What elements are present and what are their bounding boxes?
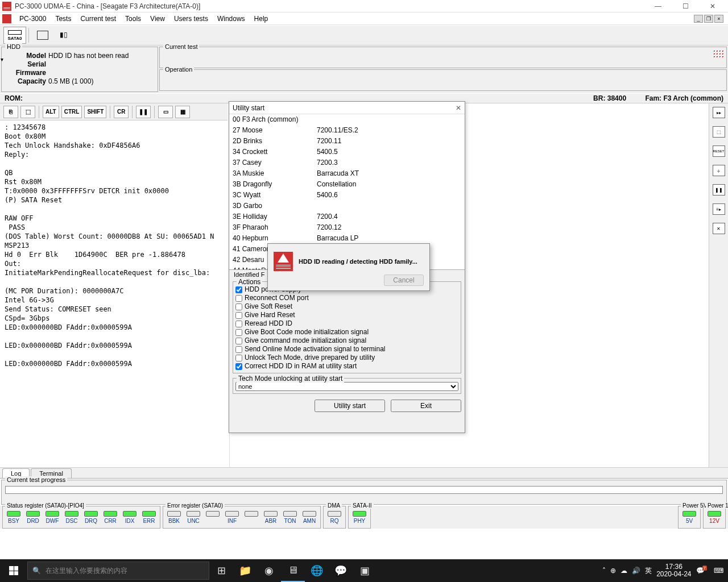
action-checkbox[interactable]: Give Boot Code mode initialization signa… — [235, 328, 458, 336]
menu-current-test[interactable]: Current test — [76, 15, 121, 23]
family-list-row[interactable]: 3C Wyatt5400.6 — [229, 190, 465, 201]
status-group: Power 5V5V — [678, 506, 701, 529]
app-taskbar-icon[interactable]: 🖥 — [281, 559, 305, 582]
status-cell: DRD — [24, 511, 42, 527]
alt-button[interactable]: ALT — [43, 106, 59, 118]
menu-view[interactable]: View — [146, 15, 169, 23]
utility-start-button[interactable]: Utility start — [315, 400, 385, 412]
action-checkbox[interactable]: Send Online Mode activation signal to te… — [235, 345, 458, 354]
terminal-output[interactable]: : 12345678 Boot 0x80M Tech Unlock Handsh… — [0, 120, 230, 467]
tray-ime[interactable]: 英 — [645, 566, 652, 576]
term-btn-2[interactable]: ⬚ — [20, 106, 35, 118]
tech-mode-select[interactable]: none — [235, 382, 458, 391]
shift-button[interactable]: SHIFT — [84, 106, 106, 118]
status-group: Power 12V12V — [703, 506, 726, 529]
tray-keyboard-icon[interactable]: ⌨ — [714, 567, 723, 575]
term-btn-3[interactable]: ▭ — [158, 106, 173, 118]
vtool-list-icon[interactable]: ≡▸ — [713, 203, 725, 215]
minimize-button[interactable]: — — [650, 2, 667, 10]
tray-volume-icon[interactable]: 🔊 — [632, 567, 640, 575]
close-button[interactable]: ✕ — [704, 2, 721, 10]
action-checkbox[interactable]: Give Soft Reset — [235, 302, 458, 311]
action-checkbox[interactable]: Reread HDD ID — [235, 319, 458, 328]
vtool-chip-icon[interactable]: ⬚ — [713, 126, 725, 138]
family-list-row[interactable]: 00 F3 Arch (common) — [229, 114, 465, 125]
vtool-reset[interactable]: RESET — [713, 146, 725, 157]
status-cell: ERR — [140, 511, 158, 527]
clock-date: 2020-04-24 — [656, 571, 691, 578]
maximize-button[interactable]: ☐ — [677, 2, 694, 10]
operation-legend: Operation — [163, 66, 194, 73]
task-view-icon[interactable]: ⊞ — [209, 559, 233, 582]
terminal-toolbar: ⎘ ⬚ ALT CTRL SHIFT CR ❚❚ ▭ ▦ — [0, 103, 228, 120]
action-checkbox[interactable]: Reconnect COM port — [235, 294, 458, 302]
vtool-1[interactable]: ▸▸ — [713, 107, 725, 118]
action-checkbox[interactable]: Unlock Tech Mode, drive prepared by util… — [235, 354, 458, 362]
menu-pc3000[interactable]: PC-3000 — [15, 15, 51, 23]
browser-icon[interactable]: 🌐 — [305, 559, 329, 582]
menu-tools[interactable]: Tools — [121, 15, 146, 23]
action-checkbox[interactable]: Give Hard Reset — [235, 311, 458, 319]
status-cell: BBK — [166, 511, 183, 527]
main-toolbar: SATA0 ▮▯ — [0, 25, 728, 45]
grip-icon[interactable] — [713, 49, 724, 57]
progress-legend: Current test progress — [5, 476, 67, 483]
menu-windows[interactable]: Windows — [213, 15, 250, 23]
cr-button[interactable]: CR — [114, 106, 129, 118]
family-list-row[interactable]: 27 Moose7200.11/ES.2 — [229, 125, 465, 136]
status-group: Status register (SATA0)-[PIO4]BSYDRDDWFD… — [2, 506, 160, 529]
family-list-row[interactable]: 40 HepburnBarracuda LP — [229, 233, 465, 244]
menu-users-tests[interactable]: Users tests — [169, 15, 213, 23]
tool-copy[interactable] — [31, 27, 54, 44]
mdi-close[interactable]: × — [714, 15, 723, 23]
dialog-close-icon[interactable]: ✕ — [456, 104, 461, 112]
chrome-icon[interactable]: ◉ — [257, 559, 281, 582]
tool-align[interactable]: ▮▯ — [54, 27, 77, 44]
exit-button[interactable]: Exit — [391, 400, 461, 412]
start-button[interactable] — [0, 559, 27, 582]
taskbar-search[interactable]: 🔍 在这里输入你要搜索的内容 — [27, 562, 209, 580]
mdi-minimize[interactable]: _ — [694, 15, 703, 23]
hdd-panel: HDD ▾ ModelHDD ID has not been read Seri… — [1, 47, 158, 92]
vtool-signal-icon[interactable]: ⏚ — [713, 165, 725, 176]
taskbar-clock[interactable]: 17:36 2020-04-24 — [656, 563, 691, 578]
expand-arrow[interactable]: ▾ — [1, 56, 3, 63]
mdi-restore[interactable]: ❐ — [704, 15, 713, 23]
tray-up-icon[interactable]: ˄ — [602, 567, 606, 575]
search-placeholder: 在这里输入你要搜索的内容 — [46, 566, 127, 576]
vtool-pause[interactable]: ❚❚ — [713, 184, 725, 196]
fam-label: Fam: F3 Arch (common) — [645, 94, 723, 102]
family-list-row[interactable]: 3D Garbo — [229, 201, 465, 211]
menu-help[interactable]: Help — [250, 15, 273, 23]
ctrl-button[interactable]: CTRL — [61, 106, 82, 118]
term-btn-4[interactable]: ▦ — [175, 106, 190, 118]
family-list-row[interactable]: 3A MuskieBarracuda XT — [229, 168, 465, 179]
action-checkbox[interactable]: Give command mode initialization signal — [235, 336, 458, 345]
hdd-serial-label: Serial — [5, 60, 48, 69]
term-btn-1[interactable]: ⎘ — [3, 106, 18, 118]
progress-bar — [5, 486, 723, 494]
family-list-row[interactable]: 34 Crockett5400.5 — [229, 147, 465, 157]
tray-cloud-icon[interactable]: ☁ — [621, 567, 627, 575]
vtool-tools-icon[interactable]: ✕ — [713, 223, 725, 234]
family-list-row[interactable]: 3F Pharaoh7200.12 — [229, 222, 465, 233]
menu-tests[interactable]: Tests — [51, 15, 76, 23]
progress-panel: Current test progress — [1, 480, 727, 505]
explorer-icon[interactable]: 📁 — [233, 559, 257, 582]
sata-connector-icon — [8, 30, 22, 35]
family-list-row[interactable]: 37 Casey7200.3 — [229, 157, 465, 168]
action-center-icon[interactable]: 💬7 — [696, 567, 709, 575]
sata-button[interactable]: SATA0 — [3, 27, 26, 44]
app-icon-small — [2, 14, 11, 23]
action-checkbox[interactable]: Correct HDD ID in RAM at utility start — [235, 362, 458, 371]
app2-icon[interactable]: ▣ — [353, 559, 377, 582]
status-group: Error register (SATA0)BBKUNCINFABRTONAMN — [163, 506, 321, 529]
pause-button[interactable]: ❚❚ — [136, 106, 151, 118]
wechat-icon[interactable]: 💬 — [329, 559, 353, 582]
family-list-row[interactable]: 3B DragonflyConstellation — [229, 179, 465, 190]
family-list-row[interactable]: 2D Brinks7200.11 — [229, 136, 465, 147]
modal-cancel-button[interactable]: Cancel — [384, 275, 424, 286]
tray-security-icon[interactable]: ⊕ — [610, 567, 616, 575]
status-cell: DSC — [63, 511, 80, 527]
family-list-row[interactable]: 3E Holliday7200.4 — [229, 211, 465, 222]
